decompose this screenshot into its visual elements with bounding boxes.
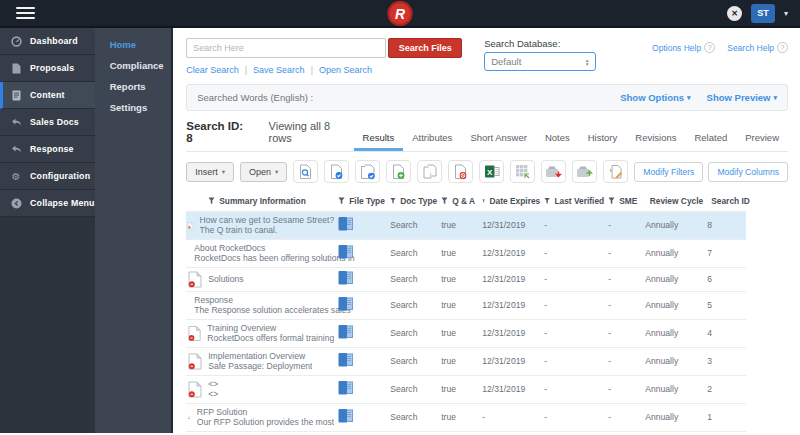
review-cycle-cell: Annually xyxy=(643,267,705,291)
sidebar-item-content[interactable]: Content xyxy=(0,82,95,109)
search-help-label: Search Help xyxy=(727,43,774,53)
export-grid-button[interactable] xyxy=(510,160,535,183)
gauge-icon xyxy=(10,36,22,47)
column-header-review-cycle[interactable]: Review Cycle xyxy=(643,192,705,212)
table-row[interactable]: How can we get to Sesame Street?The Q tr… xyxy=(186,212,746,240)
document-status-icon xyxy=(188,325,201,342)
verify-document-button[interactable] xyxy=(324,160,349,183)
table-row[interactable]: ResponseThe Response solution accelerate… xyxy=(186,291,746,319)
sidebar-item-dashboard[interactable]: Dashboard xyxy=(0,28,95,55)
archive-export-button[interactable] xyxy=(572,160,597,183)
filter-icon xyxy=(390,197,396,205)
search-database-value: Default xyxy=(491,56,582,67)
sidebar-item-sales-docs[interactable]: Sales Docs xyxy=(0,109,95,136)
tab-related[interactable]: Related xyxy=(685,132,736,151)
last-verified-cell: - xyxy=(542,375,606,403)
sidebar-item-collapse-menu[interactable]: Collapse Menu xyxy=(0,190,95,217)
table-row[interactable]: Implementation OverviewSafe Passage: Dep… xyxy=(186,347,746,375)
tab-short-answer[interactable]: Short Answer xyxy=(461,132,536,151)
block-document-button[interactable] xyxy=(448,160,473,183)
results-bar: Search ID: 8 Viewing all 8 rows Results … xyxy=(186,120,788,152)
review-cycle-cell: Annually xyxy=(643,212,705,240)
doc-type-cell: Search xyxy=(388,403,439,431)
search-links: Clear Search | Save Search | Open Search xyxy=(186,65,462,75)
show-preview-link[interactable]: Show Preview ▾ xyxy=(707,92,777,103)
subnav-label: Home xyxy=(110,39,136,50)
review-cycle-cell: Annually xyxy=(643,347,705,375)
link-separator: | xyxy=(311,65,313,75)
subnav-item-home[interactable]: Home xyxy=(95,34,172,55)
tab-notes[interactable]: Notes xyxy=(536,132,579,151)
filter-icon xyxy=(441,197,448,205)
sidebar-item-configuration[interactable]: ⚙ Configuration xyxy=(0,163,95,190)
table-row[interactable]: Training OverviewRocketDocs offers forma… xyxy=(186,319,746,347)
column-header-date-expires[interactable]: Date Expires xyxy=(480,192,542,212)
column-label: Review Cycle xyxy=(650,196,704,206)
tab-revisions[interactable]: Revisions xyxy=(626,132,685,151)
chevron-down-icon[interactable]: ▾ xyxy=(784,9,788,18)
hamburger-menu-icon[interactable] xyxy=(16,4,35,21)
verify-documents-button[interactable] xyxy=(355,160,380,183)
collapse-circle-icon xyxy=(10,198,22,209)
last-verified-cell: - xyxy=(542,267,606,291)
table-row[interactable]: About RocketDocsRocketDocs has been offe… xyxy=(186,239,746,267)
tab-preview[interactable]: Preview xyxy=(736,132,788,151)
search-database-select[interactable]: Default ▴ ▾ xyxy=(484,52,596,71)
export-excel-button[interactable]: X xyxy=(479,160,504,183)
sidebar-item-proposals[interactable]: Proposals xyxy=(0,55,95,82)
user-avatar[interactable]: ST xyxy=(751,4,775,23)
doc-type-cell: Search xyxy=(388,319,439,347)
last-verified-cell: - xyxy=(542,212,606,240)
tab-attributes[interactable]: Attributes xyxy=(403,132,461,151)
add-document-button[interactable] xyxy=(386,160,411,183)
subnav-item-compliance[interactable]: Compliance xyxy=(95,55,172,76)
search-help-link[interactable]: Search Help ? xyxy=(727,42,788,53)
clear-search-link[interactable]: Clear Search xyxy=(186,65,239,75)
column-header-last-verified[interactable]: Last Verified xyxy=(542,192,606,212)
modify-filters-button[interactable]: Modify Filters xyxy=(634,162,703,182)
tab-results[interactable]: Results xyxy=(354,132,404,151)
sidebar-item-label: Response xyxy=(30,144,74,154)
column-header-doc-type[interactable]: Doc Type xyxy=(388,192,439,212)
table-row[interactable]: <><> Search true 12/31/2019 - - Annually… xyxy=(186,375,746,403)
document-status-icon xyxy=(188,271,202,288)
copy-document-button[interactable] xyxy=(417,160,442,183)
doc-type-cell: Search xyxy=(388,291,439,319)
column-header-search-id[interactable]: Search ID xyxy=(705,192,746,212)
insert-dropdown-button[interactable]: Insert ▾ xyxy=(186,162,234,182)
subnav-item-settings[interactable]: Settings xyxy=(95,97,172,118)
column-header-summary[interactable]: Summary Information xyxy=(186,192,336,212)
modify-columns-button[interactable]: Modify Columns xyxy=(708,162,788,182)
column-header-sme[interactable]: SME xyxy=(606,192,643,212)
preview-document-button[interactable] xyxy=(293,160,318,183)
archive-import-icon xyxy=(545,164,562,179)
search-files-button[interactable]: Search Files xyxy=(388,38,462,58)
table-row[interactable]: RFP SolutionOur RFP Solution provides th… xyxy=(186,403,746,431)
doc-type-cell: Search xyxy=(388,267,439,291)
archive-import-button[interactable] xyxy=(541,160,566,183)
open-search-link[interactable]: Open Search xyxy=(319,65,372,75)
header-right: ✕ ST ▾ xyxy=(727,4,800,23)
table-row[interactable]: Solutions Search true 12/31/2019 - - Ann… xyxy=(186,267,746,291)
show-options-link[interactable]: Show Options ▾ xyxy=(620,92,690,103)
options-help-label: Options Help xyxy=(652,43,701,53)
search-row: Search Files Clear Search | Save Search … xyxy=(186,38,788,75)
question-glyph: ? xyxy=(708,44,712,51)
question-glyph: ? xyxy=(781,44,785,51)
subnav-item-reports[interactable]: Reports xyxy=(95,76,172,97)
sidebar-item-response[interactable]: Response xyxy=(0,136,95,163)
close-icon[interactable]: ✕ xyxy=(727,6,742,21)
options-help-link[interactable]: Options Help ? xyxy=(652,42,715,53)
toolbar: Insert ▾ Open ▾ xyxy=(186,160,788,183)
caret-down-glyph: ▾ xyxy=(586,62,589,66)
filter-icon xyxy=(208,197,215,205)
column-header-file-type[interactable]: File Type xyxy=(336,192,388,212)
tab-history[interactable]: History xyxy=(579,132,627,151)
column-label: Date Expires xyxy=(489,196,540,206)
open-dropdown-button[interactable]: Open ▾ xyxy=(240,162,287,182)
search-input[interactable] xyxy=(186,38,386,58)
column-header-qa[interactable]: Q & A xyxy=(439,192,480,212)
primary-sidebar: Dashboard Proposals Content Sales Docs R… xyxy=(0,28,95,433)
edit-document-button[interactable] xyxy=(603,160,628,183)
save-search-link[interactable]: Save Search xyxy=(253,65,305,75)
